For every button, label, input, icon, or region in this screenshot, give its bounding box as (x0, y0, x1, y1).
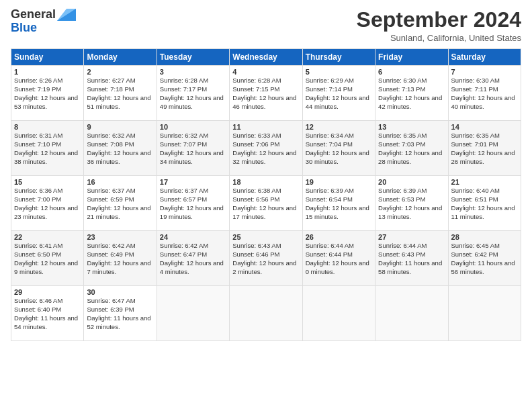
calendar-cell (230, 286, 302, 341)
day-number: 13 (378, 123, 445, 131)
day-number: 6 (378, 68, 445, 76)
calendar-cell: 9 Sunrise: 6:32 AMSunset: 7:08 PMDayligh… (84, 121, 157, 176)
day-info: Sunrise: 6:39 AMSunset: 6:54 PMDaylight:… (306, 187, 372, 221)
svg-marker-1 (57, 9, 76, 21)
day-number: 19 (306, 178, 372, 186)
day-info: Sunrise: 6:26 AMSunset: 7:19 PMDaylight:… (14, 77, 81, 111)
calendar-cell: 6 Sunrise: 6:30 AMSunset: 7:13 PMDayligh… (375, 66, 448, 121)
weekday-header-sunday: Sunday (11, 49, 84, 66)
day-number: 9 (87, 123, 153, 131)
day-number: 21 (451, 178, 518, 186)
calendar-table: SundayMondayTuesdayWednesdayThursdayFrid… (11, 48, 521, 341)
day-info: Sunrise: 6:29 AMSunset: 7:14 PMDaylight:… (306, 77, 372, 111)
day-number: 24 (160, 233, 226, 241)
calendar-week-row: 29 Sunrise: 6:46 AMSunset: 6:40 PMDaylig… (11, 286, 521, 341)
day-number: 29 (14, 288, 81, 296)
day-number: 28 (451, 233, 518, 241)
day-number: 14 (451, 123, 518, 131)
calendar-cell: 11 Sunrise: 6:33 AMSunset: 7:06 PMDaylig… (230, 121, 302, 176)
day-number: 3 (160, 68, 226, 76)
calendar-cell: 30 Sunrise: 6:47 AMSunset: 6:39 PMDaylig… (84, 286, 157, 341)
calendar-cell: 13 Sunrise: 6:35 AMSunset: 7:03 PMDaylig… (375, 121, 448, 176)
calendar-week-row: 8 Sunrise: 6:31 AMSunset: 7:10 PMDayligh… (11, 121, 521, 176)
day-number: 20 (378, 178, 445, 186)
calendar-week-row: 1 Sunrise: 6:26 AMSunset: 7:19 PMDayligh… (11, 66, 521, 121)
day-info: Sunrise: 6:37 AMSunset: 6:57 PMDaylight:… (160, 187, 226, 221)
day-info: Sunrise: 6:44 AMSunset: 6:44 PMDaylight:… (306, 242, 372, 276)
weekday-header-wednesday: Wednesday (230, 49, 302, 66)
day-number: 10 (160, 123, 226, 131)
calendar-cell (448, 286, 521, 341)
weekday-header-saturday: Saturday (448, 49, 521, 66)
day-info: Sunrise: 6:35 AMSunset: 7:01 PMDaylight:… (451, 132, 518, 166)
day-info: Sunrise: 6:32 AMSunset: 7:07 PMDaylight:… (160, 132, 226, 166)
day-number: 1 (14, 68, 81, 76)
day-info: Sunrise: 6:28 AMSunset: 7:17 PMDaylight:… (160, 77, 226, 111)
day-info: Sunrise: 6:40 AMSunset: 6:51 PMDaylight:… (451, 187, 518, 221)
day-number: 16 (87, 178, 153, 186)
weekday-header-row: SundayMondayTuesdayWednesdayThursdayFrid… (11, 49, 521, 66)
calendar-cell: 26 Sunrise: 6:44 AMSunset: 6:44 PMDaylig… (302, 231, 375, 286)
day-info: Sunrise: 6:41 AMSunset: 6:50 PMDaylight:… (14, 242, 81, 276)
day-info: Sunrise: 6:42 AMSunset: 6:49 PMDaylight:… (87, 242, 153, 276)
calendar-cell: 25 Sunrise: 6:43 AMSunset: 6:46 PMDaylig… (230, 231, 302, 286)
day-info: Sunrise: 6:38 AMSunset: 6:56 PMDaylight:… (232, 187, 299, 221)
calendar-cell: 28 Sunrise: 6:45 AMSunset: 6:42 PMDaylig… (448, 231, 521, 286)
day-info: Sunrise: 6:46 AMSunset: 6:40 PMDaylight:… (14, 297, 81, 331)
calendar-cell: 24 Sunrise: 6:42 AMSunset: 6:47 PMDaylig… (157, 231, 229, 286)
calendar-cell: 4 Sunrise: 6:28 AMSunset: 7:15 PMDayligh… (230, 66, 302, 121)
day-info: Sunrise: 6:42 AMSunset: 6:47 PMDaylight:… (160, 242, 226, 276)
day-number: 27 (378, 233, 445, 241)
day-number: 15 (14, 178, 81, 186)
day-info: Sunrise: 6:39 AMSunset: 6:53 PMDaylight:… (378, 187, 445, 221)
calendar-cell (375, 286, 448, 341)
day-info: Sunrise: 6:30 AMSunset: 7:13 PMDaylight:… (378, 77, 445, 111)
day-number: 8 (14, 123, 81, 131)
calendar-cell: 20 Sunrise: 6:39 AMSunset: 6:53 PMDaylig… (375, 176, 448, 231)
day-info: Sunrise: 6:37 AMSunset: 6:59 PMDaylight:… (87, 187, 153, 221)
weekday-header-friday: Friday (375, 49, 448, 66)
day-info: Sunrise: 6:32 AMSunset: 7:08 PMDaylight:… (87, 132, 153, 166)
calendar-cell: 21 Sunrise: 6:40 AMSunset: 6:51 PMDaylig… (448, 176, 521, 231)
calendar-cell: 8 Sunrise: 6:31 AMSunset: 7:10 PMDayligh… (11, 121, 84, 176)
day-number: 23 (87, 233, 153, 241)
weekday-header-tuesday: Tuesday (157, 49, 229, 66)
day-number: 22 (14, 233, 81, 241)
day-info: Sunrise: 6:33 AMSunset: 7:06 PMDaylight:… (232, 132, 299, 166)
day-info: Sunrise: 6:35 AMSunset: 7:03 PMDaylight:… (378, 132, 445, 166)
day-info: Sunrise: 6:30 AMSunset: 7:11 PMDaylight:… (451, 77, 518, 111)
day-number: 11 (232, 123, 299, 131)
title-block: September 2024 Sunland, California, Unit… (357, 8, 521, 43)
day-number: 5 (306, 68, 372, 76)
logo-blue: Blue (11, 21, 37, 35)
day-number: 26 (306, 233, 372, 241)
day-info: Sunrise: 6:47 AMSunset: 6:39 PMDaylight:… (87, 297, 153, 331)
day-number: 25 (232, 233, 299, 241)
calendar-cell: 10 Sunrise: 6:32 AMSunset: 7:07 PMDaylig… (157, 121, 229, 176)
day-number: 18 (232, 178, 299, 186)
page: General Blue September 2024 Sunland, Cal… (0, 0, 532, 411)
calendar-week-row: 22 Sunrise: 6:41 AMSunset: 6:50 PMDaylig… (11, 231, 521, 286)
day-info: Sunrise: 6:36 AMSunset: 7:00 PMDaylight:… (14, 187, 81, 221)
calendar-cell: 27 Sunrise: 6:44 AMSunset: 6:43 PMDaylig… (375, 231, 448, 286)
day-info: Sunrise: 6:31 AMSunset: 7:10 PMDaylight:… (14, 132, 81, 166)
weekday-header-thursday: Thursday (302, 49, 375, 66)
calendar-cell: 19 Sunrise: 6:39 AMSunset: 6:54 PMDaylig… (302, 176, 375, 231)
day-number: 12 (306, 123, 372, 131)
calendar-cell: 18 Sunrise: 6:38 AMSunset: 6:56 PMDaylig… (230, 176, 302, 231)
header: General Blue September 2024 Sunland, Cal… (11, 8, 521, 43)
day-number: 4 (232, 68, 299, 76)
calendar-cell: 23 Sunrise: 6:42 AMSunset: 6:49 PMDaylig… (84, 231, 157, 286)
calendar-cell: 5 Sunrise: 6:29 AMSunset: 7:14 PMDayligh… (302, 66, 375, 121)
calendar-cell: 22 Sunrise: 6:41 AMSunset: 6:50 PMDaylig… (11, 231, 84, 286)
month-title: September 2024 (357, 8, 521, 32)
calendar-cell (157, 286, 229, 341)
calendar-cell: 7 Sunrise: 6:30 AMSunset: 7:11 PMDayligh… (448, 66, 521, 121)
weekday-header-monday: Monday (84, 49, 157, 66)
day-number: 17 (160, 178, 226, 186)
calendar-cell: 15 Sunrise: 6:36 AMSunset: 7:00 PMDaylig… (11, 176, 84, 231)
logo-icon (57, 9, 76, 21)
calendar-cell: 12 Sunrise: 6:34 AMSunset: 7:04 PMDaylig… (302, 121, 375, 176)
day-info: Sunrise: 6:27 AMSunset: 7:18 PMDaylight:… (87, 77, 153, 111)
calendar-cell: 16 Sunrise: 6:37 AMSunset: 6:59 PMDaylig… (84, 176, 157, 231)
